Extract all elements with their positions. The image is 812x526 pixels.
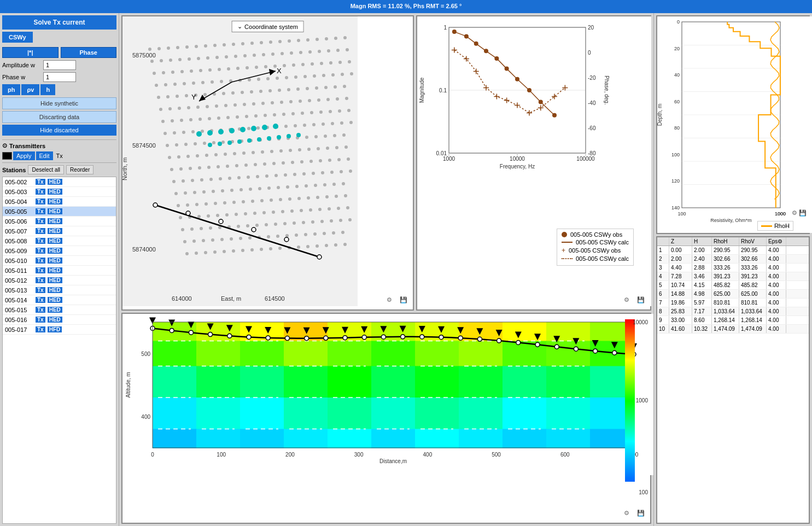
station-tx-badge: Tx <box>36 189 45 195</box>
station-row[interactable]: 005-012 Tx HED <box>3 276 116 285</box>
station-tx-badge: Tx <box>36 248 45 254</box>
cross-save-icon[interactable]: 💾 <box>637 510 647 519</box>
cell-z: 33.00 <box>669 316 692 324</box>
phase-label: Phase w <box>2 74 43 80</box>
cell-h: 3.46 <box>692 272 712 280</box>
station-tx-badge: Tx <box>36 198 45 204</box>
station-tx-badge: Tx <box>36 317 45 323</box>
stations-label: Stations <box>2 167 26 173</box>
station-row[interactable]: 005-014 Tx HED <box>3 295 116 305</box>
station-hed-badge: HED <box>48 267 62 273</box>
cell-z: 0.00 <box>669 246 692 254</box>
toggle-phase-button[interactable]: Phase <box>61 47 117 58</box>
legend-item-3: + 005-005 CSWy obs <box>562 247 629 254</box>
cross-section-icons: ⚙ 💾 <box>624 510 647 519</box>
station-row[interactable]: 005-004 Tx HED <box>3 197 116 207</box>
table-row[interactable]: 3 4.40 2.88 333.26 333.26 4.00 <box>657 264 809 272</box>
map-gear-icon[interactable]: ⚙ <box>387 296 396 306</box>
cell-idx: 7 <box>657 299 669 307</box>
tx-label: Tx <box>56 153 63 159</box>
depth-gear-icon[interactable]: ⚙ <box>792 209 797 216</box>
cell-h: 4.98 <box>692 290 712 298</box>
rho-pv-button[interactable]: ρv <box>21 84 39 95</box>
cell-h: 2.00 <box>692 246 712 254</box>
col-header-eps: Eps⚙ <box>767 237 786 246</box>
collapse-transmitters-icon[interactable]: ⊙ <box>2 142 7 149</box>
cell-rhov: 1,268.14 <box>739 316 767 324</box>
discarting-data-button[interactable]: Discarting data <box>2 111 116 123</box>
table-row[interactable]: 7 19.86 5.97 810.81 810.81 4.00 <box>657 299 809 307</box>
cell-eps: 4.00 <box>767 290 786 298</box>
chart-save-icon[interactable]: 💾 <box>637 296 647 306</box>
edit-button[interactable]: Edit <box>36 151 53 160</box>
station-row[interactable]: 005-005 Tx HED <box>3 207 116 217</box>
colorbar-mid-label: 1000 <box>636 398 648 404</box>
station-row[interactable]: 005-011 Tx HED <box>3 266 116 276</box>
station-row[interactable]: 005-002 Tx HED <box>3 177 116 187</box>
cross-section-panel: 10000 1000 100 ⚙ 💾 <box>121 313 651 524</box>
map-canvas[interactable] <box>122 16 358 306</box>
station-hed-badge: HED <box>48 238 62 244</box>
station-row[interactable]: 005-010 Tx HED <box>3 256 116 266</box>
cross-section-canvas <box>122 314 653 475</box>
table-row[interactable]: 8 25.83 7.17 1,033.64 1,033.64 4.00 <box>657 307 809 316</box>
col-header-h: H <box>692 237 712 246</box>
cell-eps: 4.00 <box>767 299 786 307</box>
cell-h: 7.17 <box>692 307 712 315</box>
rho-h-button[interactable]: h <box>40 84 55 95</box>
station-row[interactable]: 005-003 Tx HED <box>3 187 116 197</box>
station-row[interactable]: 005-008 Tx HED <box>3 236 116 246</box>
station-row[interactable]: 005-006 Tx HED <box>3 217 116 226</box>
station-name: 005-006 <box>5 218 33 225</box>
station-row[interactable]: 005-013 Tx HED <box>3 285 116 295</box>
amplitude-input[interactable] <box>43 60 76 70</box>
coordinate-system-button[interactable]: ⌄ Cooordinate system <box>231 21 304 32</box>
station-row[interactable]: 005-009 Tx HED <box>3 246 116 256</box>
tx-color-box <box>2 152 12 160</box>
station-row[interactable]: 005-007 Tx HED <box>3 226 116 236</box>
cross-gear-icon[interactable]: ⚙ <box>624 510 634 519</box>
chevron-down-icon: ⌄ <box>237 23 242 30</box>
station-name: 005-008 <box>5 238 33 244</box>
hide-synthetic-button[interactable]: Hide synthetic <box>2 97 116 109</box>
station-hed-badge: HED <box>48 218 62 224</box>
cell-z: 7.28 <box>669 272 692 280</box>
deselect-all-button[interactable]: Deselect all <box>28 165 64 174</box>
depth-save-icon[interactable]: 💾 <box>799 209 807 216</box>
phase-input[interactable] <box>43 72 76 82</box>
chart-gear-icon[interactable]: ⚙ <box>624 296 634 306</box>
cell-h: 2.88 <box>692 264 712 272</box>
station-row[interactable]: 005-015 Tx HED <box>3 305 116 315</box>
hide-discarted-button[interactable]: Hide discarted <box>2 125 116 136</box>
table-row[interactable]: 5 10.74 4.15 485.82 485.82 4.00 <box>657 281 809 290</box>
table-row[interactable]: 2 2.00 2.40 302.66 302.66 4.00 <box>657 255 809 264</box>
legend-line-2 <box>562 242 573 243</box>
table-row[interactable]: 6 14.88 4.98 625.00 625.00 4.00 <box>657 290 809 299</box>
map-save-icon[interactable]: 💾 <box>400 296 410 306</box>
table-row[interactable]: 4 7.28 3.46 391.23 391.23 4.00 <box>657 272 809 281</box>
table-row[interactable]: 9 33.00 8.60 1,268.14 1,268.14 4.00 <box>657 316 809 325</box>
station-hed-badge: HED <box>48 248 62 254</box>
reorder-button[interactable]: Reorder <box>66 165 94 174</box>
station-row[interactable]: 005-016 Tx HED <box>3 315 116 325</box>
cell-z: 19.86 <box>669 299 692 307</box>
apply-button[interactable]: Apply <box>13 151 35 160</box>
rho-ph-button[interactable]: ph <box>2 84 20 95</box>
cswy-button[interactable]: CSWy <box>2 32 33 43</box>
colorbar-max-label: 10000 <box>633 319 648 325</box>
cell-eps: 4.00 <box>767 246 786 254</box>
chart-legend: 005-005 CSWy obs 005-005 CSWy calc + 005… <box>557 229 634 266</box>
middle-panel: ⌄ Cooordinate system ⚙ 💾 005-005 CSWy ob… <box>119 13 653 526</box>
station-tx-badge: Tx <box>36 277 45 283</box>
station-tx-badge: Tx <box>36 326 45 332</box>
toggle-abs-button[interactable]: |*| <box>2 47 59 58</box>
legend-item-4: 005-005 CSWy calc <box>562 255 629 262</box>
table-row[interactable]: 1 0.00 2.00 290.95 290.95 4.00 <box>657 246 809 255</box>
table-row[interactable]: 10 41.60 10.32 1,474.09 1,474.09 4.00 <box>657 325 809 334</box>
legend-item-2: 005-005 CSWy calc <box>562 239 629 246</box>
station-row[interactable]: 005-017 Tx HFD <box>3 325 116 335</box>
solve-tx-button[interactable]: Solve Tx current <box>2 15 116 30</box>
colorbar-canvas <box>625 319 635 482</box>
colorbar-min-label: 100 <box>639 489 648 495</box>
legend-cross-3: + <box>562 247 565 254</box>
